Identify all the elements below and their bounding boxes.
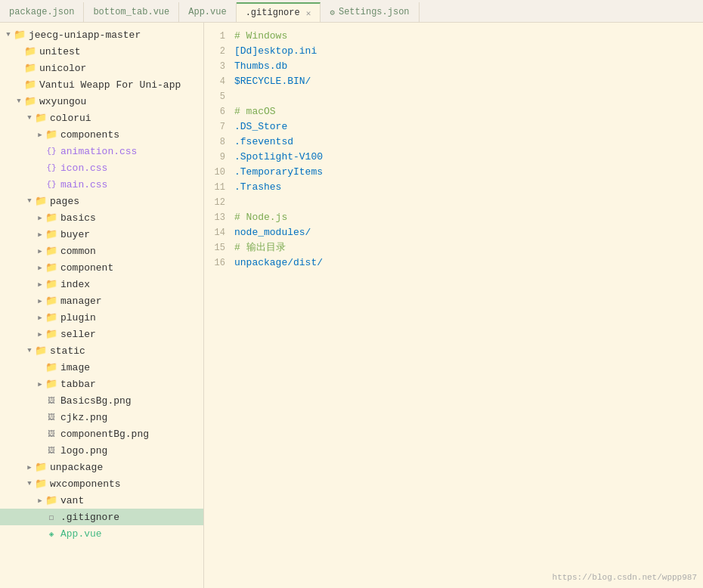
tree-item-logo[interactable]: 🖼logo.png <box>0 442 203 459</box>
tree-item-vant[interactable]: ▶📁vant <box>0 492 203 509</box>
line-number: 9 <box>204 150 234 165</box>
tree-arrow: ▶ <box>35 329 45 339</box>
tree-icon: {} <box>45 162 57 174</box>
tree-item-app-vue-file[interactable]: ◈App.vue <box>0 525 203 542</box>
tree-icon: 📁 <box>45 228 57 240</box>
tree-item-wxcomponents[interactable]: ▼📁wxcomponents <box>0 475 203 492</box>
tree-arrow <box>35 395 45 406</box>
settings-icon: ⚙ <box>330 8 335 17</box>
tree-item-componentbg[interactable]: 🖼componentBg.png <box>0 426 203 442</box>
tree-icon: {} <box>45 178 57 190</box>
tree-icon: 🖼 <box>45 444 57 456</box>
line-number: 4 <box>204 74 234 89</box>
tree-label: vant <box>60 495 84 506</box>
tree-label: components <box>60 129 119 141</box>
tree-arrow: ▶ <box>24 462 35 472</box>
editor-line: 16unpackage/dist/ <box>204 255 703 271</box>
tree-item-unpackage[interactable]: ▶📁unpackage <box>0 459 203 475</box>
tree-label: buyer <box>60 229 90 240</box>
tree-label: manager <box>60 296 102 307</box>
tree-arrow: ▶ <box>35 279 45 289</box>
tree-icon: 📁 <box>45 311 57 323</box>
tree-arrow <box>35 412 45 422</box>
tree-item-plugin[interactable]: ▶📁plugin <box>0 309 203 326</box>
tree-item-index[interactable]: ▶📁index <box>0 276 203 292</box>
tree-label: image <box>60 362 90 373</box>
tab-label: .gitignore <box>246 8 300 18</box>
tree-item-components[interactable]: ▶📁components <box>0 126 203 143</box>
tab-gitignore[interactable]: .gitignore✕ <box>237 2 321 22</box>
line-content: .fseventsd <box>234 135 703 150</box>
tree-item-basics[interactable]: ▶📁basics <box>0 209 203 226</box>
tab-bottom-tab-vue[interactable]: bottom_tab.vue <box>84 2 179 22</box>
line-content: node_modules/ <box>234 225 703 240</box>
tree-label: BasicsBg.png <box>60 395 132 407</box>
tree-item-cjkz[interactable]: 🖼cjkz.png <box>0 409 203 426</box>
tab-settings-json[interactable]: ⚙Settings.json <box>321 2 419 22</box>
line-content: .DS_Store <box>234 119 703 135</box>
tree-item-pages[interactable]: ▼📁pages <box>0 193 203 209</box>
tree-label: componentBg.png <box>60 429 149 440</box>
tree-arrow <box>35 429 45 439</box>
line-content: # Windows <box>234 29 703 44</box>
tree-label: .gitignore <box>60 512 119 523</box>
line-content: # macOS <box>234 104 703 119</box>
line-content: .Spotlight-V100 <box>234 150 703 165</box>
tree-item-seller[interactable]: ▶📁seller <box>0 326 203 342</box>
tree-item-animation-css[interactable]: {}animation.css <box>0 143 203 159</box>
tree-item-unitest[interactable]: 📁unitest <box>0 43 203 60</box>
tree-arrow: ▼ <box>24 478 35 489</box>
line-number: 3 <box>204 59 234 74</box>
line-number: 12 <box>204 195 234 210</box>
tree-arrow: ▼ <box>24 345 35 356</box>
tree-icon: 📁 <box>45 262 57 274</box>
tree-item-jeecg[interactable]: ▼📁jeecg-uniapp-master <box>0 26 203 43</box>
line-content: # Node.js <box>234 210 703 225</box>
tree-arrow: ▼ <box>24 196 35 206</box>
tree-item-wxyungou[interactable]: ▼📁wxyungou <box>0 93 203 110</box>
line-number: 8 <box>204 135 234 150</box>
tree-arrow: ▶ <box>35 229 45 240</box>
tree-arrow: ▶ <box>35 246 45 256</box>
tree-item-buyer[interactable]: ▶📁buyer <box>0 226 203 243</box>
line-number: 6 <box>204 104 234 119</box>
tab-package-json[interactable]: package.json <box>0 2 84 22</box>
tree-label: plugin <box>60 312 96 323</box>
tree-item-static[interactable]: ▼📁static <box>0 342 203 359</box>
tree-arrow: ▼ <box>14 96 24 107</box>
tree-label: Vantui Weapp For Uni-app <box>39 79 181 91</box>
tree-item-image[interactable]: 📁image <box>0 359 203 376</box>
tree-label: App.vue <box>60 528 102 540</box>
editor-line: 4$RECYCLE.BIN/ <box>204 74 703 89</box>
tree-item-component[interactable]: ▶📁component <box>0 259 203 276</box>
tree-arrow <box>14 63 24 73</box>
tree-arrow <box>35 445 45 456</box>
tree-item-manager[interactable]: ▶📁manager <box>0 292 203 309</box>
tree-item-icon-css[interactable]: {}icon.css <box>0 159 203 176</box>
tree-label: wxcomponents <box>50 478 121 490</box>
tree-item-vantui[interactable]: 📁Vantui Weapp For Uni-app <box>0 76 203 93</box>
tree-label: common <box>60 246 96 257</box>
tree-icon: 📁 <box>45 378 57 390</box>
line-content: Thumbs.db <box>234 59 703 74</box>
tree-item-basicsbg[interactable]: 🖼BasicsBg.png <box>0 392 203 409</box>
tree-arrow <box>35 146 45 156</box>
tree-icon: ◻ <box>45 511 57 523</box>
tab-app-vue[interactable]: App.vue <box>179 2 236 22</box>
line-content: # 输出目录 <box>234 240 703 255</box>
tab-close-button[interactable]: ✕ <box>306 8 311 18</box>
tree-item-main-css[interactable]: {}main.css <box>0 176 203 193</box>
tree-item-colorui[interactable]: ▼📁colorui <box>0 110 203 126</box>
tree-label: main.css <box>60 179 107 190</box>
tree-item-unicolor[interactable]: 📁unicolor <box>0 60 203 76</box>
tree-item-tabbar[interactable]: ▶📁tabbar <box>0 376 203 392</box>
line-number: 1 <box>204 29 234 44</box>
tree-item-common[interactable]: ▶📁common <box>0 243 203 259</box>
tree-icon: 📁 <box>45 278 57 290</box>
tree-item-gitignore-file[interactable]: ◻.gitignore <box>0 509 203 525</box>
tree-arrow: ▶ <box>35 129 45 140</box>
tree-label: tabbar <box>60 379 96 390</box>
line-number: 16 <box>204 255 234 271</box>
tree-label: unitest <box>39 46 81 57</box>
tree-icon: 📁 <box>24 79 36 91</box>
